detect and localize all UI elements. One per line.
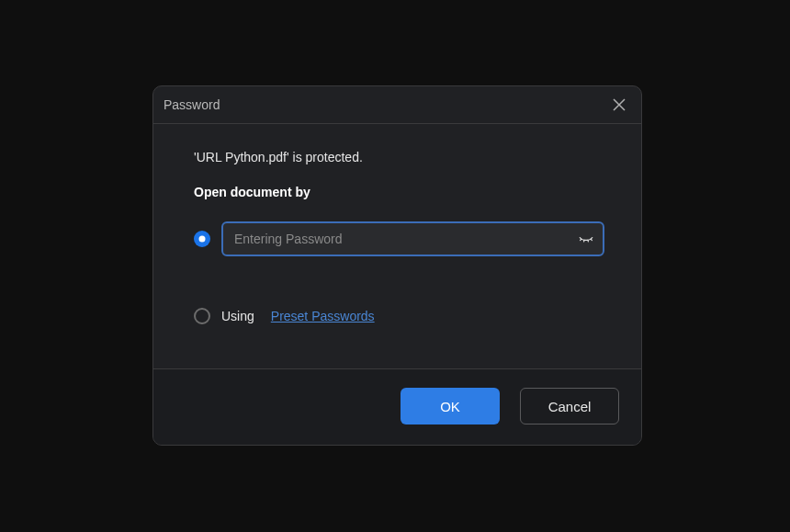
- radio-entering-password[interactable]: [194, 231, 210, 247]
- option-entering-password: [194, 221, 604, 256]
- dialog-titlebar: Password: [153, 86, 641, 124]
- close-icon: [613, 98, 626, 111]
- cancel-button[interactable]: Cancel: [520, 388, 619, 424]
- svg-line-2: [588, 240, 589, 242]
- open-document-heading: Open document by: [194, 185, 604, 199]
- ok-button[interactable]: OK: [401, 388, 500, 424]
- svg-line-1: [584, 240, 585, 242]
- password-field-wrapper: [221, 221, 604, 256]
- protected-message: 'URL Python.pdf' is protected.: [194, 150, 604, 164]
- preset-passwords-link[interactable]: Preset Passwords: [271, 309, 375, 323]
- svg-line-0: [581, 239, 581, 241]
- svg-line-3: [591, 239, 592, 241]
- dialog-footer: OK Cancel: [153, 368, 641, 445]
- password-input[interactable]: [221, 221, 604, 256]
- radio-preset-passwords[interactable]: [194, 308, 210, 324]
- toggle-password-visibility[interactable]: [577, 230, 595, 248]
- dialog-title: Password: [164, 97, 220, 112]
- dialog-body: 'URL Python.pdf' is protected. Open docu…: [153, 124, 641, 368]
- option-preset-passwords: Using Preset Passwords: [194, 308, 604, 324]
- password-dialog: Password 'URL Python.pdf' is protected. …: [152, 85, 642, 446]
- eye-closed-icon: [578, 231, 594, 247]
- close-button[interactable]: [610, 96, 628, 114]
- option-preset-label: Using: [221, 309, 254, 323]
